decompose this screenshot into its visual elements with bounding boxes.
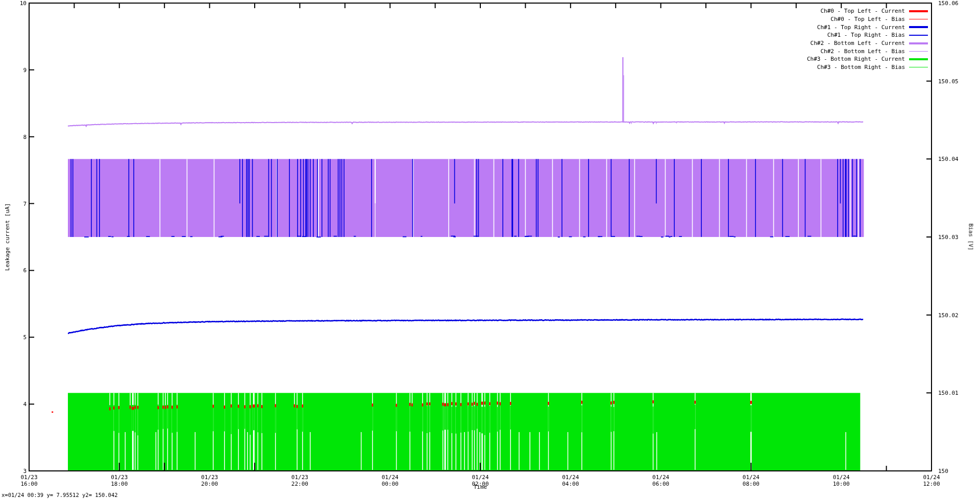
x-tick-date: 01/24: [818, 474, 864, 481]
y2-tick-label: 150.05: [938, 78, 959, 84]
x-tick-time: 18:00: [96, 481, 142, 487]
y-tick-label: 10: [0, 0, 27, 7]
x-tick-label: 01/2408:00: [728, 474, 774, 487]
legend-entry: Ch#0 - Top Left - Bias: [807, 15, 928, 23]
legend-line-sample: [909, 26, 928, 28]
y-axis-title: Leakage current [uA]: [4, 203, 11, 271]
y2-tick-label: 150.06: [938, 0, 959, 7]
legend-entry: Ch#2 - Bottom Left - Bias: [807, 47, 928, 55]
y-tick-label: 3: [0, 468, 27, 474]
legend-label: Ch#1 - Top Right - Current: [817, 24, 905, 31]
y2-tick-label: 150.04: [938, 156, 959, 162]
x-tick-date: 01/23: [96, 474, 142, 481]
mouse-coordinates-readout: x=01/24 00:39 y= 7.95512 y2= 150.042: [2, 492, 118, 498]
x-tick-time: 10:00: [818, 481, 864, 487]
legend-label: Ch#2 - Bottom Left - Bias: [820, 48, 905, 55]
x-tick-label: 01/2322:00: [277, 474, 323, 487]
x-tick-label: 01/2404:00: [548, 474, 594, 487]
y2-tick-label: 150.02: [938, 312, 959, 318]
x-axis-title: Time: [460, 484, 501, 490]
y2-tick-label: 150: [938, 468, 948, 474]
x-tick-date: 01/24: [367, 474, 413, 481]
legend-line-sample: [909, 67, 928, 68]
x-tick-date: 01/24: [548, 474, 594, 481]
x-tick-date: 01/24: [638, 474, 684, 481]
x-tick-date: 01/24: [728, 474, 774, 481]
x-tick-label: 01/2400:00: [367, 474, 413, 487]
x-tick-label: 01/2412:00: [909, 474, 954, 487]
x-tick-time: 22:00: [277, 481, 323, 487]
legend: Ch#0 - Top Left - CurrentCh#0 - Top Left…: [807, 7, 928, 72]
legend-entry: Ch#3 - Bottom Right - Current: [807, 55, 928, 63]
x-tick-date: 01/23: [187, 474, 233, 481]
y-tick-label: 8: [0, 133, 27, 140]
legend-line-sample: [909, 58, 928, 60]
x-tick-label: 01/2316:00: [6, 474, 52, 487]
legend-entry: Ch#1 - Top Right - Bias: [807, 31, 928, 39]
y2-tick-label: 150.03: [938, 234, 959, 241]
legend-entry: Ch#3 - Bottom Right - Bias: [807, 63, 928, 72]
y2-tick-label: 150.01: [938, 390, 959, 396]
legend-line-sample: [909, 51, 928, 52]
legend-label: Ch#1 - Top Right - Bias: [827, 32, 905, 38]
gnuplot-window: 345678910 150150.01150.02150.03150.04150…: [0, 0, 980, 499]
legend-entry: Ch#0 - Top Left - Current: [807, 7, 928, 15]
y-tick-label: 5: [0, 334, 27, 341]
x-tick-time: 04:00: [548, 481, 594, 487]
legend-label: Ch#3 - Bottom Right - Current: [807, 56, 905, 62]
x-tick-date: 01/23: [277, 474, 323, 481]
legend-label: Ch#0 - Top Left - Current: [820, 8, 905, 14]
y-tick-label: 9: [0, 66, 27, 73]
x-tick-time: 16:00: [6, 481, 52, 487]
legend-label: Ch#0 - Top Left - Bias: [830, 16, 905, 22]
x-tick-label: 01/2318:00: [96, 474, 142, 487]
legend-label: Ch#3 - Bottom Right - Bias: [817, 64, 905, 70]
x-tick-time: 06:00: [638, 481, 684, 487]
y-tick-label: 4: [0, 401, 27, 408]
x-tick-time: 12:00: [909, 481, 954, 487]
y2-axis-title: Bias [V]: [968, 224, 974, 251]
legend-label: Ch#2 - Bottom Left - Current: [811, 40, 905, 46]
x-tick-date: 01/23: [6, 474, 52, 481]
legend-entry: Ch#2 - Bottom Left - Current: [807, 39, 928, 47]
x-tick-date: 01/24: [457, 474, 503, 481]
x-tick-time: 08:00: [728, 481, 774, 487]
x-tick-label: 01/2406:00: [638, 474, 684, 487]
x-tick-time: 00:00: [367, 481, 413, 487]
legend-line-sample: [909, 35, 928, 36]
legend-line-sample: [909, 10, 928, 12]
legend-entry: Ch#1 - Top Right - Current: [807, 23, 928, 31]
x-tick-label: 01/2410:00: [818, 474, 864, 487]
legend-line-sample: [909, 42, 928, 44]
x-tick-label: 01/2320:00: [187, 474, 233, 487]
x-tick-time: 20:00: [187, 481, 233, 487]
x-tick-date: 01/24: [909, 474, 954, 481]
plot-area[interactable]: [0, 0, 980, 499]
legend-line-sample: [909, 19, 928, 20]
